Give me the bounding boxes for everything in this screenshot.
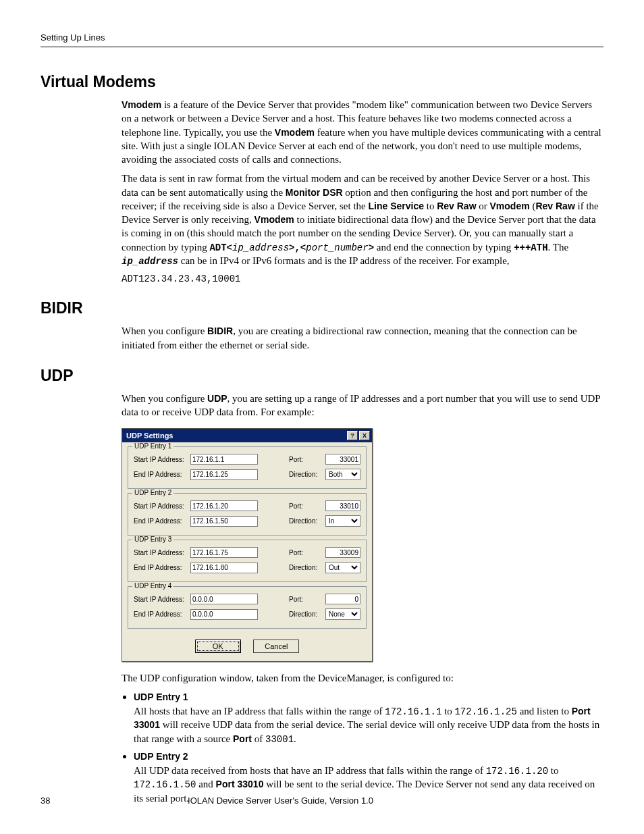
text: to — [424, 201, 437, 211]
text: When you configure — [122, 325, 207, 336]
udp-entry-group: UDP Entry 3Start IP Address:Port:End IP … — [128, 540, 367, 582]
start-ip-input[interactable] — [190, 454, 258, 465]
footer-text: IOLAN Device Server User's Guide, Versio… — [188, 796, 373, 806]
label-port: Port: — [289, 596, 321, 603]
paragraph: The data is sent in raw format from the … — [122, 172, 603, 268]
text: All hosts that have an IP address that f… — [134, 706, 385, 716]
text: and listen to — [517, 706, 572, 716]
paragraph: Vmodem is a feature of the Device Server… — [122, 98, 603, 166]
text: When you configure — [122, 393, 207, 404]
ip-address: 172.16.1.20 — [486, 766, 548, 777]
section-title-bidir: BIDIR — [41, 299, 603, 317]
port-input[interactable] — [325, 594, 360, 604]
ok-button[interactable]: OK — [195, 640, 241, 653]
label-end-ip: End IP Address: — [134, 610, 186, 618]
section-body-bidir: When you configure BIDIR, you are creati… — [122, 324, 603, 352]
section-body-udp: When you configure UDP, you are setting … — [122, 392, 603, 806]
section-title-virtual-modems: Virtual Modems — [41, 73, 603, 91]
term-rev-raw: Rev Raw — [437, 201, 476, 211]
text: will receive UDP data from the serial de… — [134, 719, 599, 744]
code: ADT< — [209, 242, 232, 253]
close-button[interactable]: X — [359, 431, 370, 440]
udp-entry-group: UDP Entry 4Start IP Address:Port:End IP … — [128, 586, 367, 629]
label-direction: Direction: — [289, 564, 321, 571]
end-ip-input[interactable] — [190, 516, 258, 527]
start-ip-input[interactable] — [190, 547, 258, 558]
label-start-ip: Start IP Address: — [134, 549, 186, 556]
text: and — [196, 779, 215, 789]
list-item: UDP Entry 1 All hosts that have an IP ad… — [134, 691, 603, 746]
code: +++ATH — [514, 242, 547, 253]
code: >,< — [289, 242, 306, 253]
group-legend: UDP Entry 4 — [132, 582, 173, 590]
group-legend: UDP Entry 3 — [132, 536, 173, 543]
label-port: Port: — [289, 502, 321, 510]
direction-select[interactable]: BothInOutNone — [325, 469, 360, 480]
term-line-service: Line Service — [369, 201, 425, 211]
text: All UDP data received from hosts that ha… — [134, 765, 486, 776]
text: or — [477, 201, 490, 211]
page-number: 38 — [41, 796, 50, 806]
ip-address: 172.16.1.25 — [454, 706, 516, 717]
direction-select[interactable]: BothInOutNone — [325, 608, 360, 620]
code-parameter: port_number — [306, 242, 368, 253]
label-start-ip: Start IP Address: — [134, 502, 186, 510]
label-end-ip: End IP Address: — [134, 564, 186, 571]
direction-select[interactable]: BothInOutNone — [325, 515, 360, 527]
label-end-ip: End IP Address: — [134, 471, 186, 478]
dialog-title: UDP Settings — [126, 432, 173, 440]
text: to — [548, 765, 558, 776]
term-udp: UDP — [207, 393, 227, 404]
port-number: 33001 — [265, 734, 294, 745]
code-parameter: ip_address — [122, 256, 178, 267]
ip-address: 172.16.1.1 — [385, 706, 441, 717]
udp-settings-dialog: UDP Settings ? X UDP Entry 1Start IP Add… — [122, 428, 373, 662]
section-title-udp: UDP — [41, 367, 603, 385]
end-ip-input[interactable] — [190, 469, 258, 480]
label-port: Port: — [289, 549, 321, 556]
direction-select[interactable]: BothInOutNone — [325, 562, 360, 573]
start-ip-input[interactable] — [190, 594, 258, 604]
label-start-ip: Start IP Address: — [134, 596, 186, 603]
term-port: Port — [233, 733, 252, 744]
paragraph: When you configure UDP, you are setting … — [122, 392, 603, 419]
term-rev-raw: Rev Raw — [535, 201, 574, 211]
dialog-titlebar[interactable]: UDP Settings ? X — [122, 429, 372, 442]
label-direction: Direction: — [289, 471, 321, 478]
page-footer: 38 IOLAN Device Server User's Guide, Ver… — [41, 796, 603, 806]
term-bidir: BIDIR — [207, 325, 233, 336]
text: of — [252, 733, 265, 744]
term-vmodem: Vmodem — [122, 99, 161, 110]
dialog-button-row: OK Cancel — [128, 633, 367, 654]
port-input[interactable] — [325, 547, 360, 558]
label-direction: Direction: — [289, 517, 321, 525]
bullet-list: UDP Entry 1 All hosts that have an IP ad… — [134, 691, 603, 806]
text: can be in IPv4 or IPv6 formats and is th… — [178, 255, 510, 266]
text: . — [294, 733, 296, 744]
text: to — [441, 706, 454, 716]
text: . The — [548, 242, 569, 253]
label-start-ip: Start IP Address: — [134, 456, 186, 463]
help-button[interactable]: ? — [347, 431, 358, 440]
running-head: Setting Up Lines — [41, 32, 603, 47]
document-page: Setting Up Lines Virtual Modems Vmodem i… — [0, 0, 644, 834]
group-legend: UDP Entry 2 — [132, 489, 173, 496]
label-end-ip: End IP Address: — [134, 517, 186, 525]
code: > — [369, 242, 374, 253]
start-ip-input[interactable] — [190, 500, 258, 511]
term-vmodem: Vmodem — [275, 127, 315, 138]
text: and end the connection by typing — [374, 242, 514, 253]
port-input[interactable] — [325, 454, 360, 465]
term-vmodem: Vmodem — [254, 214, 294, 225]
end-ip-input[interactable] — [190, 563, 258, 573]
code-example: ADT123.34.23.43,10001 — [122, 273, 603, 284]
paragraph: The UDP configuration window, taken from… — [122, 671, 603, 685]
cancel-button[interactable]: Cancel — [253, 640, 299, 653]
code-parameter: ip_address — [232, 242, 289, 253]
end-ip-input[interactable] — [190, 609, 258, 620]
label-direction: Direction: — [289, 610, 321, 618]
ip-address: 172.16.1.50 — [134, 779, 196, 790]
port-input[interactable] — [325, 500, 360, 511]
label-port: Port: — [289, 456, 321, 463]
group-legend: UDP Entry 1 — [132, 442, 173, 450]
